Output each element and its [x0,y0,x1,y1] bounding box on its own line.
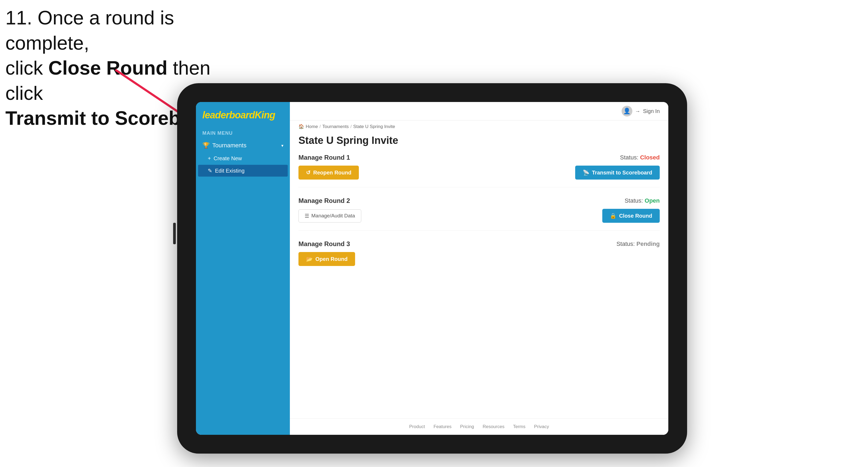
tablet-frame: leaderboardKing MAIN MENU 🏆 Tournaments … [177,83,687,454]
round-1-title: Manage Round 1 [299,154,350,161]
sign-in-area[interactable]: 👤 → Sign In [622,106,660,117]
transmit-scoreboard-label: Transmit to Scoreboard [592,169,652,176]
round-1-actions: ↺ Reopen Round 📡 Transmit to Scoreboard [299,165,660,180]
reopen-round-label: Reopen Round [313,169,351,176]
transmit-icon: 📡 [583,169,589,176]
round-2-status: Status: Open [625,197,660,204]
instruction-line1: 11. Once a round is complete, [5,7,174,54]
logo-text2: King [255,110,275,121]
top-nav: 👤 → Sign In [290,102,668,121]
main-content: 👤 → Sign In 🏠 Home / Tournaments / State… [290,102,668,435]
breadcrumb-current: State U Spring Invite [353,124,395,129]
round-3-status-value: Pending [637,241,660,247]
sidebar-create-new-label: Create New [214,155,242,162]
sidebar-menu-label: MAIN MENU [196,126,290,138]
logo-text1: leaderboard [203,110,255,121]
sidebar-item-create-new[interactable]: + Create New [196,153,290,164]
sidebar: leaderboardKing MAIN MENU 🏆 Tournaments … [196,102,290,435]
round-2-header: Manage Round 2 Status: Open [299,197,660,205]
logo-area: leaderboardKing [196,102,290,126]
round-3-header: Manage Round 3 Status: Pending [299,240,660,248]
round-2-actions: ☰ Manage/Audit Data 🔒 Close Round [299,209,660,223]
open-round-button[interactable]: 📂 Open Round [299,252,355,266]
breadcrumb-home[interactable]: Home [306,124,318,129]
open-icon: 📂 [306,256,313,262]
sign-in-icon: → [635,108,641,114]
sidebar-item-edit-existing[interactable]: ✎ Edit Existing [198,165,288,177]
app-layout: leaderboardKing MAIN MENU 🏆 Tournaments … [196,102,668,435]
manage-audit-label: Manage/Audit Data [311,213,355,219]
sidebar-tournaments-label: Tournaments [212,142,246,149]
sidebar-item-tournaments[interactable]: 🏆 Tournaments ▾ [196,138,290,153]
breadcrumb-sep1: / [319,124,321,129]
transmit-scoreboard-button[interactable]: 📡 Transmit to Scoreboard [575,165,660,180]
page-title: State U Spring Invite [299,135,660,146]
footer-product[interactable]: Product [409,424,425,429]
home-icon: 🏠 [299,124,304,129]
instruction-bold1: Close Round [48,57,167,79]
instruction-line2: click [5,57,48,79]
reopen-icon: ↺ [306,169,311,176]
footer-privacy[interactable]: Privacy [534,424,549,429]
round-1-status: Status: Closed [620,154,660,161]
open-round-label: Open Round [315,256,348,262]
round-3-actions: 📂 Open Round [299,252,660,266]
breadcrumb: 🏠 Home / Tournaments / State U Spring In… [290,121,668,130]
plus-icon: + [208,155,211,162]
round-1-header: Manage Round 1 Status: Closed [299,154,660,161]
tablet-screen: leaderboardKing MAIN MENU 🏆 Tournaments … [196,102,668,435]
sign-in-label: Sign In [643,108,660,114]
round-1-status-value: Closed [640,154,660,161]
breadcrumb-sep2: / [350,124,351,129]
page-content: State U Spring Invite Manage Round 1 Sta… [290,130,668,418]
footer-pricing[interactable]: Pricing [460,424,474,429]
footer-features[interactable]: Features [433,424,452,429]
manage-icon: ☰ [305,213,309,219]
close-round-label: Close Round [619,213,652,219]
manage-audit-data-button[interactable]: ☰ Manage/Audit Data [299,209,361,222]
round-3-status: Status: Pending [617,241,660,247]
round-3-title: Manage Round 3 [299,240,350,248]
round-section-1: Manage Round 1 Status: Closed ↺ Reopen R… [299,154,660,187]
chevron-down-icon: ▾ [281,143,283,148]
close-round-button[interactable]: 🔒 Close Round [602,209,660,223]
user-avatar: 👤 [622,106,632,117]
round-section-3: Manage Round 3 Status: Pending 📂 Open Ro… [299,240,660,274]
footer-resources[interactable]: Resources [483,424,504,429]
tablet-side-button [173,223,176,244]
footer: Product Features Pricing Resources Terms… [290,418,668,435]
footer-terms[interactable]: Terms [513,424,525,429]
breadcrumb-tournaments[interactable]: Tournaments [322,124,349,129]
round-2-status-value: Open [645,197,660,204]
sidebar-edit-existing-label: Edit Existing [215,168,245,174]
reopen-round-button[interactable]: ↺ Reopen Round [299,165,359,180]
round-2-title: Manage Round 2 [299,197,350,205]
trophy-icon: 🏆 [203,142,210,149]
round-section-2: Manage Round 2 Status: Open ☰ Manage/Aud… [299,197,660,230]
app-logo: leaderboardKing [203,110,283,121]
edit-icon: ✎ [208,167,212,174]
lock-icon: 🔒 [610,213,617,219]
